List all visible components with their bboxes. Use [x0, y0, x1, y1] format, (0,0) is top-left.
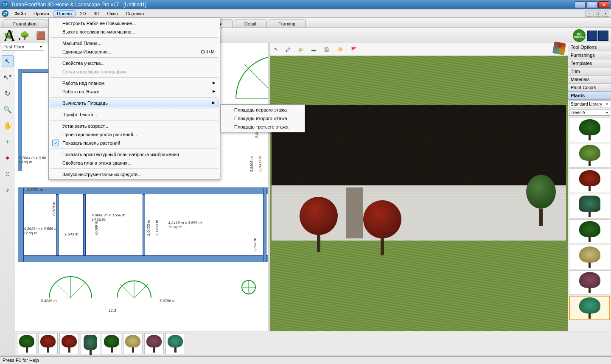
close-button[interactable]: ✕ — [598, 1, 609, 8]
mi-calc-area[interactable]: Вычислить Площадь▶ — [50, 99, 219, 107]
zoom-tool[interactable]: 🔍 — [2, 104, 14, 115]
thumb-3[interactable] — [569, 168, 610, 193]
menu-file[interactable]: Файл — [11, 10, 29, 17]
multi-sphere-tool[interactable]: ⁙ — [2, 168, 14, 180]
shield-icon[interactable] — [552, 42, 566, 55]
plan-tree-3 — [232, 52, 270, 103]
arrow-right-icon: ▶ — [213, 81, 216, 85]
stick-tool[interactable]: ⫽ — [2, 184, 14, 196]
thumb-8[interactable] — [569, 296, 610, 320]
rp-plants[interactable]: Plants — [568, 92, 611, 100]
3d-view[interactable]: ↖ 🖊 🚁 ▬ 🏠 ☀️ 🚩 — [270, 43, 568, 356]
mdi-close[interactable]: × — [602, 11, 609, 17]
chevron-down-icon: ▼ — [39, 45, 42, 48]
thumb-1[interactable] — [569, 118, 610, 142]
red-sphere-tool[interactable]: ● — [2, 152, 14, 164]
mi-floorplan-props[interactable]: Свойства плана этажа здания... — [50, 159, 219, 167]
menu-window[interactable]: Окно — [104, 10, 122, 17]
maximize-button[interactable]: ☐ — [586, 1, 597, 8]
mi-units[interactable]: Единицы Измерения...Ctrl+M — [50, 48, 219, 56]
menu-2d[interactable]: 2D — [76, 10, 89, 17]
bthumb-2[interactable] — [38, 333, 58, 354]
text-tool-dropdown-icon[interactable]: ▼ — [18, 37, 21, 41]
pan-tool[interactable]: ✋ — [2, 120, 14, 132]
bthumb-8[interactable] — [165, 333, 185, 354]
rp-tool-options[interactable]: Tool Options — [568, 43, 611, 51]
mi-units-label: Единицы Измерения... — [62, 49, 112, 54]
mi-plant-growth[interactable]: Проектирование роста растений... — [50, 130, 219, 139]
mi-elevation[interactable]: Настроить Рабочее Повышение... — [50, 19, 219, 28]
category-label: Trees A — [571, 110, 585, 115]
blueprint-icon-1[interactable] — [587, 31, 597, 41]
thumb-5[interactable] — [569, 219, 610, 244]
mi-ceiling-height[interactable]: Высота потолков по умолчанию... — [50, 28, 219, 36]
mi-work-floor-label: Работа на Этаже — [62, 89, 99, 94]
menu-project[interactable]: Проект — [53, 10, 76, 17]
mdi-minimize[interactable]: - — [586, 11, 593, 17]
bottom-thumbnails — [15, 331, 611, 356]
sm-floor2[interactable]: Площадь второго жтажа — [221, 114, 304, 123]
house3d-tool[interactable]: 🏠 — [324, 47, 330, 52]
select-tool[interactable]: ↖ — [2, 55, 14, 67]
add-tool[interactable]: ＋ — [2, 136, 14, 148]
app-logo: 17 — [2, 10, 8, 17]
dim-b: 2,5551 m — [27, 188, 43, 192]
bthumb-4[interactable] — [81, 333, 100, 354]
dim-l: 3,5306 m — [249, 156, 254, 172]
bthumb-1[interactable] — [17, 333, 36, 354]
dim-e: 4,2926 m x 3,556 m — [24, 227, 58, 231]
mi-work-on-floor[interactable]: Работа на Этаже▶ — [50, 87, 219, 96]
project-menu: Настроить Рабочее Повышение... Высота по… — [48, 18, 220, 180]
mi-set-age[interactable]: Установить возраст... — [50, 122, 219, 130]
menu-edit[interactable]: Правка — [30, 10, 53, 17]
mi-work-on-plan[interactable]: Работа над планом▶ — [50, 79, 219, 87]
wand-tool[interactable]: 🖊 — [286, 47, 290, 52]
cursor3d-tool[interactable]: ↖ — [274, 47, 278, 52]
sun-tool[interactable]: ☀️ — [337, 47, 343, 52]
rp-templates[interactable]: Templates — [568, 59, 611, 67]
blueprint-icon-2[interactable] — [598, 31, 608, 41]
category-selector[interactable]: Trees A▼ — [569, 109, 610, 116]
menu-3d[interactable]: 3D — [90, 10, 103, 17]
helicopter-tool[interactable]: 🚁 — [298, 47, 304, 52]
minimize-button[interactable]: ─ — [575, 1, 586, 8]
tree3d-1 — [300, 197, 338, 252]
rp-materials[interactable]: Materials — [568, 76, 611, 84]
hedge-tool-icon[interactable]: 🟫 — [35, 30, 47, 42]
dim-d2: 15 sq.m. — [168, 225, 183, 229]
select-similar-tool[interactable]: ↖* — [2, 71, 14, 83]
mdi-restore[interactable]: ❐ — [594, 11, 601, 17]
menu-help[interactable]: Справка — [122, 10, 147, 17]
rp-paint-colors[interactable]: Paint Colors — [568, 84, 611, 92]
mi-plan-scale[interactable]: Масштаб Плана... — [50, 39, 219, 48]
plan-tree-1 — [45, 272, 96, 302]
bthumb-7[interactable] — [144, 333, 164, 354]
bthumb-6[interactable] — [123, 333, 143, 354]
thumb-4[interactable] — [569, 194, 610, 218]
tree3d-2 — [363, 200, 401, 255]
thumb-2[interactable] — [569, 143, 610, 168]
rp-furnishings[interactable]: Furnishings — [568, 51, 611, 59]
go-green-badge[interactable]: GO GREEN — [573, 29, 586, 42]
tab-detail[interactable]: Detail — [234, 20, 267, 28]
thumb-6[interactable] — [569, 245, 610, 269]
mi-lot-props[interactable]: Свойства участка... — [50, 59, 219, 67]
mi-show-arch-sketch[interactable]: Показать архитектурный план наброска изо… — [50, 150, 219, 159]
sm-floor1[interactable]: Площадь первого этажа — [221, 106, 304, 114]
bthumb-5[interactable] — [102, 333, 121, 354]
dim-d: 4,2418 m x 3,556 m — [168, 221, 202, 225]
floor-selector[interactable]: First Floor▼ — [2, 43, 44, 50]
thumb-7[interactable] — [569, 270, 610, 295]
bthumb-3[interactable] — [59, 333, 79, 354]
library-selector[interactable]: Standard Library▼ — [569, 101, 610, 107]
tab-framing[interactable]: Framing — [268, 20, 306, 28]
mi-launch-tools[interactable]: Запуск инструментальных средств... — [50, 170, 219, 179]
mi-show-plant-panel[interactable]: ✓Показать панель растений — [50, 139, 219, 147]
mdi-buttons: - ❐ × — [586, 11, 609, 17]
rp-trim[interactable]: Trim — [568, 67, 611, 76]
flag-tool[interactable]: 🚩 — [351, 47, 357, 52]
mi-text-font[interactable]: Шрифт Текста... — [50, 110, 219, 119]
orbit-tool[interactable]: ↻ — [2, 87, 14, 99]
sm-floor3[interactable]: Площадь третьего этажа — [221, 123, 304, 131]
terrain-tool[interactable]: ▬ — [311, 47, 316, 52]
